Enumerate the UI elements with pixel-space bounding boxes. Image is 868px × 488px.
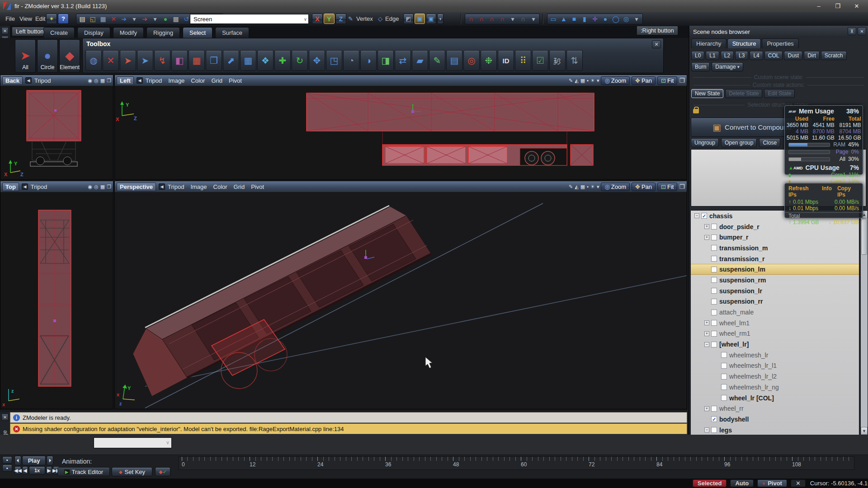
key-filter-icon[interactable]: ◆✓: [155, 467, 170, 476]
tree-checkbox[interactable]: [711, 320, 717, 326]
tab-surface[interactable]: Surface: [215, 27, 249, 38]
grid-toggle-icon[interactable]: ▦: [100, 78, 105, 84]
level-button-dirt[interactable]: Dirt: [804, 51, 820, 60]
menu-file[interactable]: File: [4, 14, 17, 23]
scroll-down-icon[interactable]: ▼: [861, 427, 868, 435]
object-mode-icon[interactable]: ▣: [415, 14, 425, 24]
vp-menu-grid[interactable]: Grid: [211, 77, 222, 84]
tree-checkbox[interactable]: [711, 277, 717, 283]
minimize-button[interactable]: –: [809, 0, 828, 12]
snap-vertex-icon[interactable]: ∩: [466, 14, 476, 24]
draw-mode-icon[interactable]: ✎: [569, 184, 573, 190]
snap-off-icon[interactable]: ∩: [518, 14, 528, 24]
vp-menu-tripod[interactable]: Tripod: [31, 183, 47, 190]
step-fwd-button[interactable]: ▶: [46, 466, 52, 474]
toolbox-tool-17-icon[interactable]: ◑: [360, 50, 377, 71]
new-state-button[interactable]: New State: [691, 89, 723, 98]
auto-mode-button[interactable]: Auto: [730, 479, 754, 487]
selected-mode-button[interactable]: Selected: [693, 479, 726, 487]
toolbox-tool-6-icon[interactable]: ◧: [171, 50, 188, 71]
level-button-l2[interactable]: L2: [721, 51, 734, 60]
tab-rigging[interactable]: Rigging: [146, 27, 180, 38]
scene-tab-properties[interactable]: Properties: [762, 38, 798, 48]
level-button-col[interactable]: COL: [764, 51, 783, 60]
tree-item[interactable]: wheelmesh_lr_l2: [691, 371, 859, 382]
toolbox-tool-23-icon[interactable]: ◎: [463, 50, 480, 71]
copy-ips-link[interactable]: Copy IPs: [837, 185, 859, 198]
toolbox-tool-22-icon[interactable]: ▤: [446, 50, 462, 71]
import-dropdown-icon[interactable]: ▾: [150, 14, 160, 24]
camera-icon[interactable]: ◉: [88, 184, 93, 190]
tree-item[interactable]: attach_male: [691, 307, 859, 318]
level-button-l3[interactable]: L3: [735, 51, 748, 60]
open-group-button[interactable]: Open group: [721, 138, 757, 147]
toolbox-tool-7-icon[interactable]: ▦: [189, 50, 205, 71]
lighting-icon[interactable]: ☀: [590, 184, 595, 190]
tree-checkbox[interactable]: [711, 288, 717, 294]
close-messages-icon[interactable]: ✕: [1, 413, 9, 421]
edit-state-button[interactable]: Edit State: [764, 89, 795, 98]
anim-option-icon[interactable]: ▪: [2, 456, 12, 464]
toolbox-tool-24-icon[interactable]: ❉: [481, 50, 497, 71]
viewport-name[interactable]: Top: [2, 183, 19, 191]
tree-item[interactable]: wheelmesh_lr_ng: [691, 382, 859, 393]
scene-tab-hierarchy[interactable]: Hierarchy: [691, 38, 726, 48]
viewport-perspective[interactable]: Perspective ◀ TripodImageColorGridPivot …: [114, 181, 687, 409]
scene-tab-structure[interactable]: Structure: [727, 38, 761, 48]
pan-button[interactable]: ✥Pan: [632, 76, 656, 85]
chevron-down-icon[interactable]: ▾: [597, 78, 599, 84]
tree-item[interactable]: suspension_rr: [691, 296, 859, 307]
tree-item[interactable]: transmission_m: [691, 243, 859, 253]
snap-off-dropdown-icon[interactable]: ▾: [528, 14, 538, 24]
pivot-mode-button[interactable]: ● Pivot: [757, 479, 787, 487]
close-button[interactable]: ✕: [847, 0, 866, 12]
tree-item[interactable]: suspension_lm: [691, 264, 859, 275]
level-button-scratch[interactable]: Scratch: [821, 51, 847, 60]
maximize-viewport-icon[interactable]: ❐: [107, 78, 111, 84]
tree-checkbox[interactable]: [711, 342, 717, 347]
primitives-dropdown-icon[interactable]: ▾: [632, 14, 642, 24]
vp-menu-tripod[interactable]: Tripod: [34, 77, 51, 84]
maximize-viewport-icon[interactable]: ❐: [679, 183, 685, 190]
viewport-perspective-canvas[interactable]: Y x z: [115, 192, 687, 409]
level-button-dust[interactable]: Dust: [784, 51, 802, 60]
maximize-viewport-icon[interactable]: ❐: [679, 77, 685, 84]
vp-menu-color[interactable]: Color: [213, 183, 227, 190]
fit-button[interactable]: ⊡Fit: [657, 183, 677, 191]
collapse-icon[interactable]: −: [694, 213, 699, 218]
render-mode-icon[interactable]: ▪: [587, 184, 589, 189]
tree-checkbox[interactable]: [721, 374, 727, 380]
toolbox-close-icon[interactable]: ✕: [652, 40, 661, 48]
tree-checkbox[interactable]: [711, 224, 717, 230]
snap-edge-icon[interactable]: ∩: [476, 14, 486, 24]
render-mode-icon[interactable]: ▪: [587, 78, 589, 83]
vp-menu-image[interactable]: Image: [190, 183, 207, 190]
toolbox-tool-13-icon[interactable]: ↻: [292, 50, 308, 71]
cylinder-icon[interactable]: ▮: [580, 14, 590, 24]
toolbox-tool-8-icon[interactable]: ❐: [206, 50, 222, 71]
zoom-button[interactable]: ◎Zoom: [601, 183, 630, 191]
edge-mode-button[interactable]: Edge: [385, 15, 399, 22]
delete-icon[interactable]: ✕: [108, 14, 118, 24]
tree-checkbox[interactable]: [711, 235, 717, 240]
viewport-back[interactable]: Back ◀ Tripod ◉ ◎ ▦ ❐: [0, 75, 113, 180]
clear-selection-icon[interactable]: ✕: [791, 479, 806, 487]
tab-select[interactable]: Select: [183, 27, 212, 38]
toolbox-tool-15-icon[interactable]: ◳: [326, 50, 342, 71]
tree-item[interactable]: +wheel_rr: [691, 403, 859, 414]
close-panel-icon[interactable]: ✕: [858, 27, 866, 35]
toolbox-tool-2-icon[interactable]: ✕: [103, 50, 119, 71]
tree-checkbox[interactable]: [711, 406, 717, 412]
toolbox-tool-3-icon[interactable]: ➤: [120, 50, 136, 71]
timeline-ruler[interactable]: 01224364860728496108: [179, 456, 854, 470]
tree-checkbox[interactable]: [721, 363, 727, 369]
snap-axis-icon[interactable]: ∩: [487, 14, 497, 24]
expand-icon[interactable]: +: [704, 320, 709, 325]
toolbox-tool-18-icon[interactable]: ◨: [377, 50, 394, 71]
step-back-button[interactable]: ◀: [22, 466, 28, 474]
compound-mode-icon[interactable]: ▣: [426, 14, 436, 24]
burn-button[interactable]: Burn: [691, 62, 710, 71]
lighting-icon[interactable]: ☀: [590, 78, 595, 84]
expand-icon[interactable]: +: [704, 331, 709, 336]
export-dropdown-icon[interactable]: ▾: [129, 14, 139, 24]
